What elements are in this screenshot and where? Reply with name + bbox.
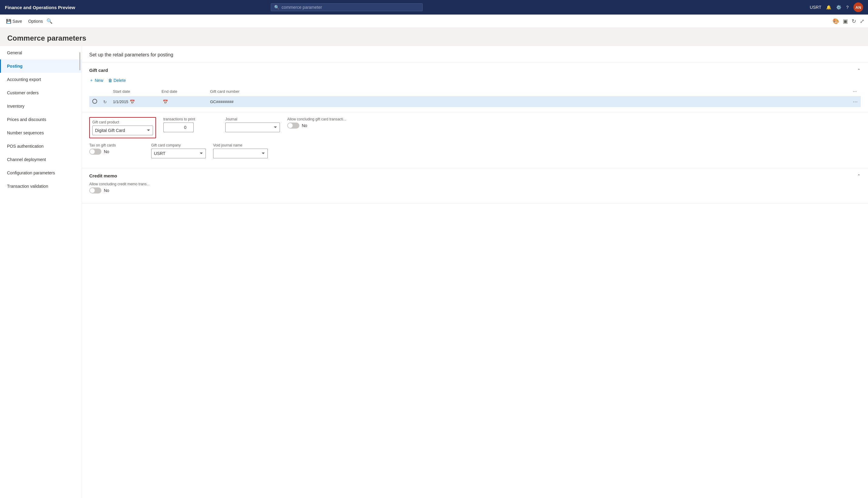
allow-concluding-group: Allow concluding gift card transacti... …	[287, 117, 346, 138]
tax-on-gift-cards-label: Tax on gift cards	[89, 143, 144, 147]
col-end-date: End date	[158, 87, 207, 96]
toolbar-right: 🎨 ▣ ↻ ⤢	[832, 18, 864, 25]
user-label: USRT	[810, 5, 821, 10]
notification-icon[interactable]: 🔔	[826, 5, 831, 10]
credit-memo-title: Credit memo	[89, 173, 117, 178]
table-row[interactable]: ↻ 1/1/2015 📅 📅	[89, 96, 861, 107]
transactions-to-print-input[interactable]	[163, 122, 194, 132]
sidebar-item-accounting-export[interactable]: Accounting export	[0, 73, 82, 86]
col-radio	[89, 87, 100, 96]
tax-toggle-wrapper: No	[89, 148, 144, 155]
page-title: Commerce parameters	[0, 28, 868, 46]
layout-icon[interactable]: ▣	[843, 18, 848, 25]
transactions-to-print-group: transactions to print	[163, 117, 218, 138]
gift-card-section: Gift card ⌃ ＋ New 🗑 Delete	[82, 63, 868, 112]
gift-card-title: Gift card	[89, 68, 108, 73]
sidebar-item-inventory[interactable]: Inventory	[0, 100, 82, 113]
save-button[interactable]: 💾 Save	[4, 17, 25, 25]
credit-memo-section: Credit memo ⌃ Allow concluding credit me…	[82, 168, 868, 204]
section-header-credit-memo: Credit memo ⌃	[89, 173, 861, 178]
sidebar-item-posting[interactable]: Posting	[0, 60, 82, 73]
start-date-calendar-icon[interactable]: 📅	[130, 100, 135, 104]
content-header: Set up the retail parameters for posting	[82, 46, 868, 63]
gift-card-collapse-icon[interactable]: ⌃	[857, 68, 861, 73]
allow-concluding-toggle[interactable]	[287, 122, 299, 129]
content-header-text: Set up the retail parameters for posting	[89, 52, 861, 57]
journal-label: Journal	[225, 117, 280, 121]
row-radio[interactable]	[89, 96, 100, 107]
table-header-row: Start date End date Gift card number ⋯	[89, 87, 861, 96]
expand-icon[interactable]: ⤢	[860, 18, 864, 25]
gift-card-product-label: Gift card product	[92, 120, 153, 124]
row-start-date: 1/1/2015 📅	[110, 96, 158, 107]
main-area: General Posting Accounting export Custom…	[0, 46, 868, 498]
sidebar-item-customer-orders[interactable]: Customer orders	[0, 86, 82, 100]
col-start-date: Start date	[110, 87, 158, 96]
end-date-calendar-icon[interactable]: 📅	[163, 100, 168, 104]
refresh-icon[interactable]: ↻	[852, 18, 856, 25]
top-nav: Finance and Operations Preview 🔍 USRT 🔔 …	[0, 0, 868, 15]
sidebar-item-transaction-validation[interactable]: Transaction validation	[0, 180, 82, 193]
start-date-field: 1/1/2015 📅	[113, 100, 155, 104]
col-more: ⋯	[850, 87, 861, 96]
sidebar-item-prices-discounts[interactable]: Prices and discounts	[0, 113, 82, 126]
row-end-date: 📅	[158, 96, 207, 107]
sidebar-item-channel-deployment[interactable]: Channel deployment	[0, 153, 82, 166]
avatar[interactable]: AN	[853, 2, 863, 12]
allow-concluding-credit-toggle[interactable]	[89, 187, 101, 194]
app-title: Finance and Operations Preview	[5, 5, 75, 10]
palette-icon[interactable]: 🎨	[832, 18, 839, 25]
search-bar[interactable]: 🔍	[271, 3, 423, 11]
sidebar-item-configuration-parameters[interactable]: Configuration parameters	[0, 166, 82, 180]
help-icon[interactable]: ?	[846, 5, 848, 10]
tax-on-gift-cards-value: No	[104, 149, 109, 154]
allow-concluding-credit-value: No	[104, 188, 109, 193]
col-refresh	[100, 87, 110, 96]
gift-card-company-select[interactable]: USRT	[151, 148, 206, 158]
void-journal-select[interactable]	[213, 148, 268, 158]
allow-concluding-credit-toggle-wrapper: No	[89, 187, 150, 194]
void-journal-label: Void journal name	[213, 143, 268, 147]
gift-card-product-select[interactable]: Digital Gift Card	[92, 126, 153, 135]
row-refresh[interactable]: ↻	[100, 96, 110, 107]
journal-group: Journal	[225, 117, 280, 138]
gift-card-product-group: Gift card product Digital Gift Card	[89, 117, 156, 138]
sidebar: General Posting Accounting export Custom…	[0, 46, 82, 498]
toolbar-search-icon[interactable]: 🔍	[47, 18, 52, 24]
new-button[interactable]: ＋ New	[89, 76, 103, 84]
row-more[interactable]: ⋯	[850, 96, 861, 107]
page-container: Commerce parameters General Posting Acco…	[0, 28, 868, 498]
toolbar: 💾 Save Options 🔍 🎨 ▣ ↻ ⤢	[0, 15, 868, 28]
sidebar-item-general[interactable]: General	[0, 46, 82, 60]
nav-right: USRT 🔔 ⚙️ ? AN	[810, 2, 863, 12]
save-icon: 💾	[6, 19, 11, 24]
sidebar-item-number-sequences[interactable]: Number sequences	[0, 126, 82, 140]
credit-memo-collapse-icon[interactable]: ⌃	[857, 173, 861, 178]
tax-on-gift-cards-group: Tax on gift cards No	[89, 143, 144, 158]
tax-on-gift-cards-toggle[interactable]	[89, 148, 101, 155]
search-icon: 🔍	[274, 5, 279, 10]
delete-icon: 🗑	[108, 78, 112, 83]
options-button[interactable]: Options	[26, 17, 45, 25]
form-row-1: Gift card product Digital Gift Card tran…	[89, 117, 861, 138]
gift-card-table: Start date End date Gift card number ⋯	[89, 87, 861, 107]
sidebar-item-pos-authentication[interactable]: POS authentication	[0, 140, 82, 153]
row-refresh-icon[interactable]: ↻	[103, 100, 107, 104]
col-gift-card-number: Gift card number	[207, 87, 850, 96]
radio-button[interactable]	[92, 99, 97, 104]
sidebar-scrollbar[interactable]	[79, 46, 80, 498]
gift-card-form: Gift card product Digital Gift Card tran…	[82, 112, 868, 168]
settings-icon[interactable]: ⚙️	[836, 5, 841, 10]
allow-concluding-toggle-wrapper: No	[287, 122, 346, 129]
allow-concluding-label: Allow concluding gift card transacti...	[287, 117, 346, 121]
delete-button[interactable]: 🗑 Delete	[108, 77, 126, 84]
transactions-to-print-label: transactions to print	[163, 117, 218, 121]
gift-card-action-bar: ＋ New 🗑 Delete	[89, 76, 861, 84]
row-more-icon[interactable]: ⋯	[853, 99, 858, 104]
plus-icon: ＋	[89, 78, 93, 83]
journal-select[interactable]	[225, 122, 280, 132]
content-area: Set up the retail parameters for posting…	[82, 46, 868, 498]
row-gift-card-number: GC########	[207, 96, 850, 107]
search-input[interactable]	[282, 5, 419, 10]
gift-card-company-label: Gift card company	[151, 143, 206, 147]
